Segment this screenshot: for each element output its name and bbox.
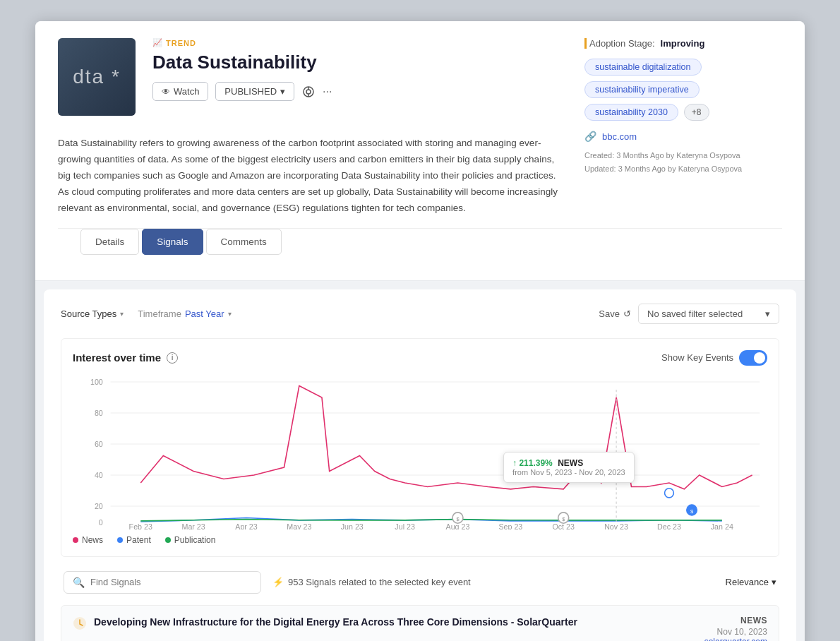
key-events-row: Show Key Events — [661, 350, 767, 366]
save-button[interactable]: Save ↺ — [599, 308, 631, 319]
tab-details[interactable]: Details — [80, 229, 139, 255]
chart-header: Interest over time i Show Key Events — [73, 350, 767, 366]
description-text: Data Sustainability refers to growing aw… — [58, 136, 568, 217]
source-types-button[interactable]: Source Types ▾ — [61, 308, 124, 319]
link-icon: 🔗 — [584, 131, 596, 142]
svg-text:20: 20 — [95, 502, 103, 510]
filter-right: Save ↺ No saved filter selected ▾ — [599, 304, 779, 324]
header-meta: 📈 TREND Data Sustainability 👁 Watch PUBL… — [152, 38, 568, 116]
trend-badge: 📈 TREND — [152, 38, 568, 47]
timeframe-filter: Timeframe Past Year ▾ — [138, 308, 231, 319]
trend-arrow-icon: 📈 — [152, 38, 163, 47]
signal-header: Developing New Infrastructure for the Di… — [73, 616, 767, 641]
signals-search-bar: 🔍 ⚡ 953 Signals related to the selected … — [61, 571, 779, 594]
filter-bar: Source Types ▾ Timeframe Past Year ▾ Sav… — [61, 304, 779, 324]
chevron-down-icon: ▾ — [772, 577, 776, 587]
svg-text:Apr 23: Apr 23 — [235, 522, 257, 529]
signal-search-input[interactable] — [90, 577, 252, 587]
filter-left: Source Types ▾ Timeframe Past Year ▾ — [61, 308, 232, 319]
page-title: Data Sustainability — [152, 52, 568, 73]
tag-2[interactable]: sustainability 2030 — [584, 104, 678, 121]
signal-card: Developing New Infrastructure for the Di… — [61, 605, 779, 641]
tab-signals[interactable]: Signals — [142, 229, 203, 255]
svg-text:May 23: May 23 — [287, 522, 311, 529]
chevron-down-icon: ▾ — [280, 86, 285, 97]
trend-thumbnail: dta * — [58, 38, 136, 116]
interest-chart: 100 80 60 40 20 0 Feb 23 Mar 23 Apr 23 M… — [73, 374, 767, 529]
svg-text:Mar 23: Mar 23 — [182, 522, 205, 529]
svg-text:80: 80 — [95, 409, 103, 417]
refresh-icon: ↺ — [623, 308, 631, 319]
svg-text:Jul 23: Jul 23 — [395, 522, 414, 529]
relevance-button[interactable]: Relevance ▾ — [726, 577, 776, 587]
publication-dot — [165, 537, 171, 543]
tag-0[interactable]: sustainable digitalization — [584, 59, 702, 76]
signal-search-wrap[interactable]: 🔍 — [64, 571, 261, 594]
tags-row: sustainability 2030 +8 — [584, 104, 782, 121]
svg-text:Jan 24: Jan 24 — [711, 522, 733, 529]
info-icon[interactable]: i — [167, 352, 178, 364]
toggle-knob — [754, 352, 765, 364]
search-icon: 🔍 — [73, 577, 85, 588]
tab-comments[interactable]: Comments — [206, 229, 282, 255]
svg-text:40: 40 — [95, 471, 103, 479]
svg-point-1 — [306, 90, 311, 94]
signal-source-col: NEWS Nov 10, 2023 solarquarter.com Unite… — [668, 616, 767, 641]
key-events-toggle[interactable] — [739, 350, 767, 366]
svg-text:100: 100 — [90, 378, 103, 386]
filter-select[interactable]: No saved filter selected ▾ — [638, 304, 779, 324]
header-right: Adoption Stage: Improving sustainable di… — [584, 38, 782, 217]
action-row: 👁 Watch PUBLISHED ▾ — [152, 82, 568, 101]
signals-count: ⚡ 953 Signals related to the selected ke… — [272, 577, 471, 587]
svg-text:Nov 23: Nov 23 — [604, 522, 628, 529]
legend-publication: Publication — [165, 535, 216, 545]
link-row[interactable]: 🔗 bbc.com — [584, 131, 782, 142]
svg-text:Sep 23: Sep 23 — [498, 522, 522, 529]
adoption-row: Adoption Stage: Improving — [584, 38, 782, 49]
tag-1[interactable]: sustainability imperative — [584, 81, 700, 98]
connect-icon[interactable] — [301, 85, 316, 99]
chart-container: Interest over time i Show Key Events — [61, 338, 779, 557]
svg-text:Feb 23: Feb 23 — [129, 522, 152, 529]
svg-point-32 — [665, 488, 674, 497]
meta-info: Created: 3 Months Ago by Kateryna Osypov… — [584, 149, 782, 175]
chevron-down-icon: ▾ — [765, 308, 770, 319]
description-section: Data Sustainability refers to growing aw… — [58, 136, 568, 217]
lightning-icon: ⚡ — [272, 577, 284, 587]
main-container: dta * 📈 TREND Data Sustainability 👁 Watc… — [35, 21, 805, 641]
signal-type-icon — [73, 616, 87, 630]
svg-text:0: 0 — [99, 518, 103, 527]
chart-title: Interest over time i — [73, 352, 178, 364]
patent-dot — [117, 537, 123, 543]
chart-area: 100 80 60 40 20 0 Feb 23 Mar 23 Apr 23 M… — [73, 374, 767, 529]
tags-section: sustainable digitalization sustainabilit… — [584, 59, 782, 121]
legend-news: News — [73, 535, 103, 545]
svg-text:Dec 23: Dec 23 — [657, 522, 681, 529]
chevron-down-icon: ▾ — [120, 310, 124, 318]
tag-more[interactable]: +8 — [684, 104, 709, 121]
published-button[interactable]: PUBLISHED ▾ — [215, 82, 294, 101]
signals-section: Source Types ▾ Timeframe Past Year ▾ Sav… — [44, 289, 796, 641]
legend-patent: Patent — [117, 535, 151, 545]
eye-icon: 👁 — [162, 87, 170, 97]
svg-text:Jun 23: Jun 23 — [341, 522, 364, 529]
chevron-down-icon: ▾ — [228, 310, 232, 318]
more-options-icon[interactable]: ··· — [323, 85, 332, 98]
watch-button[interactable]: 👁 Watch — [152, 82, 208, 101]
timeframe-button[interactable]: Past Year ▾ — [185, 308, 232, 319]
tabs-bar: Details Signals Comments — [58, 228, 782, 263]
chart-legend: News Patent Publication — [73, 535, 767, 545]
signal-title[interactable]: Developing New Infrastructure for the Di… — [94, 616, 661, 630]
svg-text:60: 60 — [95, 440, 103, 448]
header-card: dta * 📈 TREND Data Sustainability 👁 Watc… — [35, 21, 805, 281]
news-dot — [73, 537, 78, 543]
